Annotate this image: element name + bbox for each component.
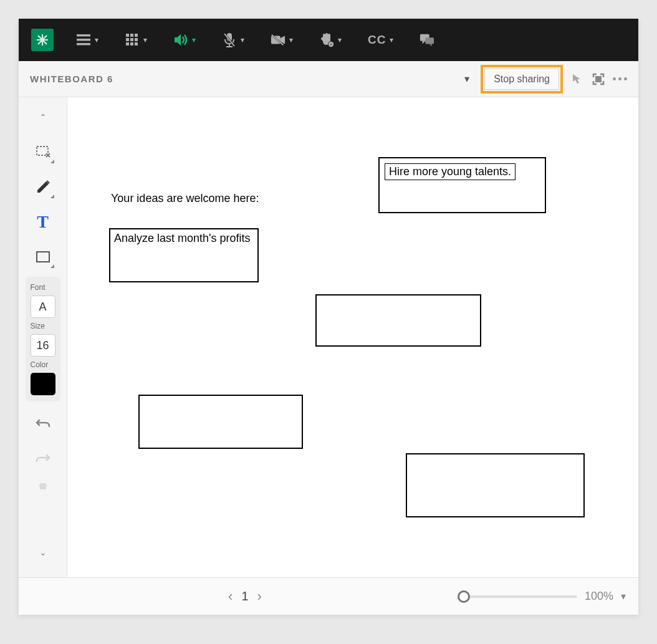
text-style-panel: Font A Size 16 Color xyxy=(26,277,60,401)
svg-rect-5 xyxy=(135,34,138,37)
menu-button[interactable]: ▾ xyxy=(76,32,98,47)
svg-rect-4 xyxy=(130,34,133,37)
canvas-box[interactable]: Hire more young talents. xyxy=(378,157,546,213)
whiteboard-title: WHITEBOARD 6 xyxy=(30,74,461,84)
canvas-box-text: Hire more young talents. xyxy=(385,163,516,180)
svg-rect-8 xyxy=(135,38,138,41)
next-page-button[interactable]: › xyxy=(257,589,262,605)
pen-tool[interactable] xyxy=(28,172,58,202)
app-logo-icon xyxy=(31,29,54,51)
canvas-box[interactable] xyxy=(315,294,481,347)
page-number: 1 xyxy=(241,589,248,603)
svg-rect-27 xyxy=(40,486,46,489)
selection-icon xyxy=(36,145,50,159)
footer-bar: ‹ 1 › 100% ▾ xyxy=(19,577,638,615)
fullscreen-icon[interactable] xyxy=(592,72,605,86)
undo-button[interactable] xyxy=(28,409,58,439)
mic-off-icon xyxy=(222,32,237,47)
chevron-down-icon: ▾ xyxy=(95,36,98,44)
layout-button[interactable]: ▾ xyxy=(125,32,147,47)
content-area: ⌃ T Font A Size 16 Color xyxy=(19,97,638,577)
svg-rect-9 xyxy=(126,42,129,46)
app-window: ▾ ▾ ▾ ▾ ▾ + xyxy=(19,19,638,615)
cc-icon: CC xyxy=(368,32,386,47)
zoom-percent: 100% xyxy=(585,590,613,603)
chevron-down-icon: ▾ xyxy=(192,36,196,44)
color-selector[interactable] xyxy=(31,373,55,395)
tools-scroll-up[interactable]: ⌃ xyxy=(28,102,58,132)
hamburger-icon xyxy=(76,32,91,47)
page-navigator: ‹ 1 › xyxy=(31,589,459,605)
svg-rect-7 xyxy=(130,38,133,41)
svg-rect-6 xyxy=(126,38,129,41)
text-tool[interactable]: T xyxy=(28,207,58,237)
svg-rect-25 xyxy=(595,76,602,82)
logo-button[interactable] xyxy=(31,29,54,51)
whiteboard-canvas[interactable]: Your ideas are welcome here: Hire more y… xyxy=(67,97,638,577)
speaker-icon xyxy=(173,32,188,47)
font-selector[interactable]: A xyxy=(31,296,55,318)
svg-rect-1 xyxy=(77,39,90,41)
title-dropdown[interactable]: ▾ xyxy=(461,73,473,85)
clear-icon xyxy=(37,482,49,491)
stop-sharing-button[interactable]: Stop sharing xyxy=(484,69,559,90)
chevron-down-icon: ▾ xyxy=(241,36,244,44)
stop-sharing-highlight: Stop sharing xyxy=(481,65,563,94)
delete-button[interactable] xyxy=(28,479,58,494)
svg-rect-17 xyxy=(271,36,281,44)
zoom-slider-thumb[interactable] xyxy=(458,590,470,603)
size-label: Size xyxy=(29,322,45,330)
chevron-down-icon: ▾ xyxy=(289,36,293,44)
camera-button[interactable]: ▾ xyxy=(271,32,293,47)
canvas-box-text: Analyze last month's profits xyxy=(110,229,257,248)
grid-icon xyxy=(125,32,140,47)
text-icon: T xyxy=(37,212,49,232)
size-selector[interactable]: 16 xyxy=(31,334,55,357)
tool-sidebar: ⌃ T Font A Size 16 Color xyxy=(19,97,67,577)
raise-hand-button[interactable]: + ▾ xyxy=(319,32,342,47)
svg-rect-2 xyxy=(77,43,90,46)
redo-button[interactable] xyxy=(28,444,58,474)
select-tool[interactable] xyxy=(28,137,58,167)
chevron-down-icon: ▾ xyxy=(143,36,147,44)
camera-off-icon xyxy=(271,32,285,47)
zoom-slider[interactable] xyxy=(459,595,577,598)
prev-page-button[interactable]: ‹ xyxy=(228,589,233,605)
color-label: Color xyxy=(29,360,49,369)
svg-rect-24 xyxy=(426,37,434,44)
chat-button[interactable] xyxy=(420,32,434,47)
main-toolbar: ▾ ▾ ▾ ▾ ▾ + xyxy=(19,19,638,61)
chat-icon xyxy=(420,32,434,47)
canvas-box[interactable] xyxy=(406,453,585,517)
svg-rect-0 xyxy=(77,34,90,37)
undo-icon xyxy=(36,418,50,430)
svg-rect-13 xyxy=(229,44,230,46)
zoom-dropdown[interactable]: ▾ xyxy=(621,590,626,602)
tools-scroll-down[interactable]: ⌄ xyxy=(28,537,58,567)
microphone-button[interactable]: ▾ xyxy=(222,32,244,47)
redo-icon xyxy=(36,453,50,465)
chevron-down-icon: ▾ xyxy=(338,36,342,44)
zoom-controls: 100% ▾ xyxy=(459,590,626,603)
svg-rect-10 xyxy=(130,42,133,46)
shape-tool[interactable] xyxy=(28,242,58,272)
speaker-button[interactable]: ▾ xyxy=(173,32,196,47)
font-label: Font xyxy=(29,283,46,292)
more-options-button[interactable] xyxy=(613,77,627,80)
hand-icon: + xyxy=(319,32,334,47)
svg-rect-3 xyxy=(126,34,129,37)
svg-text:+: + xyxy=(330,42,333,47)
rectangle-icon xyxy=(36,251,50,262)
sub-header-actions: ▾ Stop sharing xyxy=(461,65,627,94)
svg-rect-14 xyxy=(226,46,233,47)
svg-rect-11 xyxy=(135,42,138,46)
chevron-down-icon: ▾ xyxy=(390,36,393,44)
pointer-icon[interactable] xyxy=(570,72,584,86)
canvas-box[interactable]: Analyze last month's profits xyxy=(109,228,259,282)
canvas-box[interactable] xyxy=(138,395,303,449)
marker-icon xyxy=(35,179,51,195)
canvas-prompt-text: Your ideas are welcome here: xyxy=(111,192,259,205)
cc-button[interactable]: CC ▾ xyxy=(368,32,393,47)
sub-header: WHITEBOARD 6 ▾ Stop sharing xyxy=(19,61,638,97)
